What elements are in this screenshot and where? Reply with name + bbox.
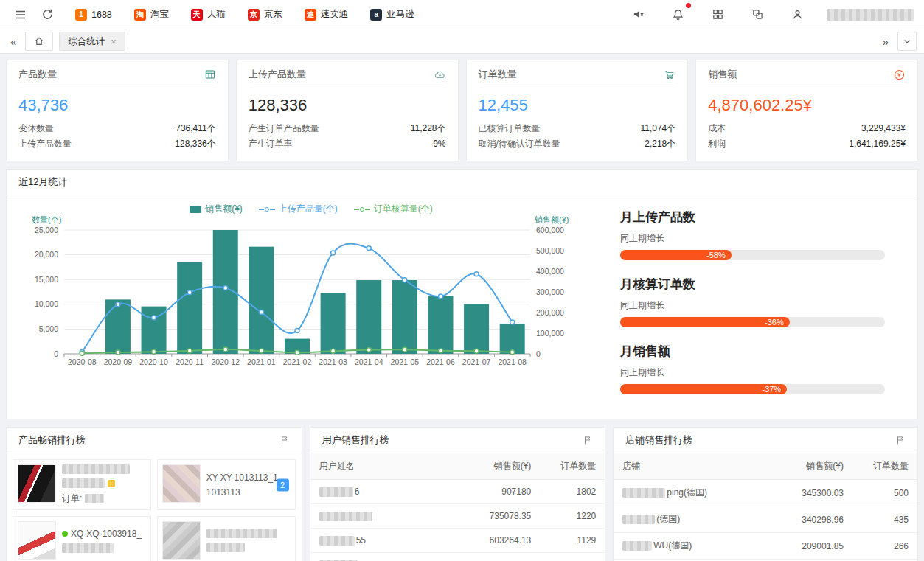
orders-value: 1129 bbox=[540, 529, 605, 553]
flag-icon[interactable] bbox=[583, 435, 593, 445]
orders-value: 1802 bbox=[540, 480, 605, 504]
metric-title: 月核算订单数 bbox=[620, 276, 885, 293]
svg-text:2021-06: 2021-06 bbox=[426, 358, 455, 366]
tab-home[interactable] bbox=[25, 32, 53, 51]
stat-card-row: 产品数量 43,736 变体数量736,411个 上传产品数量128,336个 … bbox=[6, 60, 918, 161]
tabs-scroll-left-icon[interactable]: « bbox=[7, 35, 19, 48]
chart-legend: 销售额(¥) 上传产品量(个) 订单核算量(个) bbox=[14, 203, 608, 215]
growth-progress-track: -58% bbox=[620, 250, 885, 260]
orders-value: 1394 bbox=[540, 553, 605, 561]
sales-value: 907180 bbox=[459, 480, 540, 504]
col-orders: 订单数量 bbox=[852, 453, 917, 480]
bookmark-tmall-icon: 天 bbox=[191, 9, 203, 21]
product-item[interactable]: XQ-XQ-1003918_ bbox=[13, 516, 151, 561]
bookmark-label: 亚马逊 bbox=[386, 8, 414, 21]
growth-progress-track: -36% bbox=[620, 317, 885, 327]
svg-text:2021-03: 2021-03 bbox=[319, 358, 347, 366]
sales-value: 515658.9 bbox=[459, 553, 540, 561]
growth-progress-fill: -37% bbox=[620, 384, 787, 394]
tabs-dropdown-icon[interactable] bbox=[897, 32, 917, 51]
tabs-scroll-right-icon[interactable]: » bbox=[880, 35, 892, 48]
notification-bell-icon[interactable] bbox=[667, 4, 688, 25]
card-row-label: 产生订单率 bbox=[249, 136, 293, 152]
monthly-bar-line-chart[interactable]: 05,00010,00015,00020,00025,0000100,00020… bbox=[14, 215, 597, 386]
qr-grid-icon[interactable] bbox=[707, 4, 728, 25]
flag-icon[interactable] bbox=[895, 435, 906, 445]
col-sales: 销售额(¥) bbox=[459, 453, 540, 480]
bookmark-taobao[interactable]: 淘 淘宝 bbox=[134, 8, 169, 21]
growth-progress-track: -37% bbox=[620, 384, 885, 394]
sales-value: 735078.35 bbox=[459, 504, 540, 529]
legend-line-swatch bbox=[354, 207, 370, 212]
contacts-icon[interactable] bbox=[787, 4, 807, 25]
bookmark-label: 淘宝 bbox=[150, 8, 169, 21]
ranking-panels-row: 产品畅销排行榜 订单: XY-XY-1013113_1 10131 bbox=[6, 427, 918, 561]
yen-icon: ¥ bbox=[893, 69, 906, 81]
svg-text:2021-01: 2021-01 bbox=[247, 358, 276, 366]
legend-label: 订单核算量(个) bbox=[374, 203, 433, 215]
tab-label: 综合统计 bbox=[68, 35, 105, 48]
flag-icon[interactable] bbox=[279, 435, 290, 445]
card-row-value: 128,336个 bbox=[175, 136, 215, 152]
svg-text:100,000: 100,000 bbox=[536, 329, 564, 338]
bookmark-tmall[interactable]: 天 天猫 bbox=[191, 8, 226, 21]
tab-summary-stats[interactable]: 综合统计 × bbox=[59, 32, 125, 51]
bookmark-aliexpress[interactable]: 速 速卖通 bbox=[305, 8, 349, 21]
svg-text:10,000: 10,000 bbox=[35, 299, 58, 308]
panel-title: 店铺销售排行榜 bbox=[625, 433, 692, 447]
bookmark-1688[interactable]: 1 1688 bbox=[75, 8, 112, 21]
product-item[interactable]: 订单: bbox=[13, 459, 151, 510]
store-name-suffix: (德国) bbox=[656, 513, 680, 526]
svg-text:¥: ¥ bbox=[897, 72, 901, 78]
notification-dot bbox=[686, 3, 691, 8]
col-sales: 销售额(¥) bbox=[771, 453, 852, 480]
card-row-label: 取消/待确认订单数量 bbox=[479, 136, 560, 152]
grid-icon bbox=[204, 69, 216, 80]
svg-text:2020-11: 2020-11 bbox=[176, 358, 204, 366]
tab-close-icon[interactable]: × bbox=[111, 36, 117, 47]
card-row-value: 2,218个 bbox=[645, 136, 675, 152]
product-ranking-panel: 产品畅销排行榜 订单: XY-XY-1013113_1 10131 bbox=[6, 427, 302, 561]
product-item[interactable] bbox=[157, 516, 296, 561]
legend-item-orders[interactable]: 订单核算量(个) bbox=[354, 203, 433, 215]
mute-speaker-icon[interactable] bbox=[628, 4, 648, 25]
svg-text:2021-07: 2021-07 bbox=[462, 358, 491, 366]
count-badge: 2 bbox=[277, 478, 289, 491]
card-row-value: 1,641,169.25¥ bbox=[849, 136, 906, 152]
growth-progress-fill: -58% bbox=[620, 250, 732, 260]
bookmark-amazon[interactable]: a 亚马逊 bbox=[370, 8, 414, 21]
legend-item-uploads[interactable]: 上传产品量(个) bbox=[259, 203, 338, 215]
home-icon bbox=[34, 36, 44, 46]
user-sales-table: 用户姓名 销售额(¥) 订单数量 6 907180 1802 735078.35… bbox=[310, 453, 605, 561]
bookmark-label: 京东 bbox=[264, 8, 282, 21]
svg-text:5,000: 5,000 bbox=[39, 324, 58, 333]
svg-text:2020-10: 2020-10 bbox=[139, 358, 168, 366]
legend-label: 上传产品量(个) bbox=[279, 203, 338, 215]
refresh-icon[interactable] bbox=[37, 4, 58, 25]
growth-value: -36% bbox=[765, 318, 784, 327]
components-icon[interactable] bbox=[747, 4, 768, 25]
legend-item-sales[interactable]: 销售额(¥) bbox=[190, 203, 243, 215]
user-name-redacted[interactable] bbox=[827, 9, 914, 21]
topbar-right-icons bbox=[628, 4, 914, 25]
collapse-menu-icon[interactable] bbox=[10, 4, 31, 25]
bookmark-label: 速卖通 bbox=[321, 8, 349, 21]
panel-title: 近12月统计 bbox=[18, 175, 67, 189]
growth-value: -58% bbox=[706, 251, 726, 259]
monthly-stats-panel: 近12月统计 销售额(¥) 上传产品量(个) 订单核算量(个) bbox=[6, 169, 918, 419]
page-tab-bar: « 综合统计 × » bbox=[0, 29, 924, 54]
status-dot bbox=[62, 531, 68, 537]
metric-title: 月销售额 bbox=[620, 343, 885, 360]
svg-text:20,000: 20,000 bbox=[35, 250, 58, 259]
table-row: ping(德国) 345300.03 500 bbox=[614, 480, 917, 506]
order-count-label: 订单: bbox=[62, 492, 82, 505]
svg-text:2021-02: 2021-02 bbox=[283, 358, 312, 366]
product-item[interactable]: XY-XY-1013113_1 1013113 2 bbox=[157, 459, 296, 510]
svg-text:0: 0 bbox=[536, 349, 541, 358]
bookmark-jd[interactable]: 京 京东 bbox=[248, 8, 282, 21]
metric-subtitle: 同上期增长 bbox=[620, 366, 885, 379]
table-row: WU(德国) 209001.85 266 bbox=[614, 533, 917, 560]
legend-line-swatch bbox=[259, 207, 275, 212]
card-row-value: 3,229,433¥ bbox=[861, 121, 906, 136]
monthly-chart-area: 销售额(¥) 上传产品量(个) 订单核算量(个) 05,00010,00015,… bbox=[14, 200, 608, 410]
